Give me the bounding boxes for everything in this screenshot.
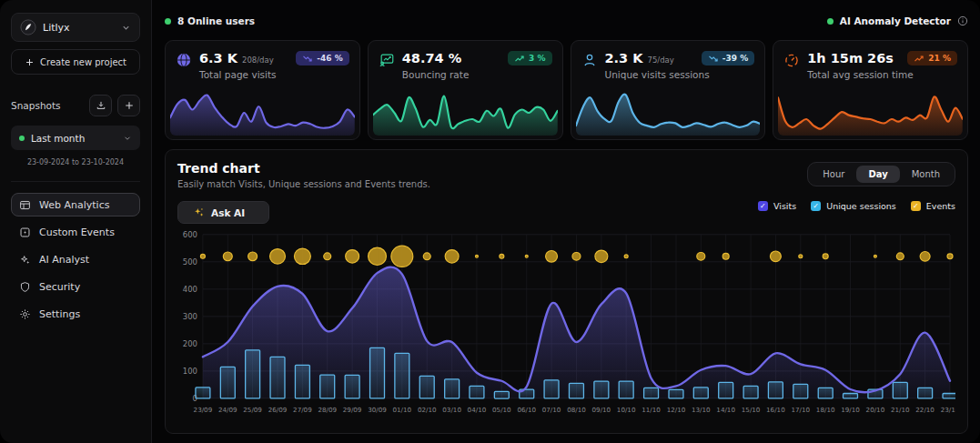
gear-icon <box>19 308 31 320</box>
bounce-rate-icon <box>379 52 395 71</box>
project-name: Litlyx <box>43 22 115 34</box>
stat-label: Total page visits <box>199 69 288 80</box>
stat-sub: 75/day <box>647 55 673 65</box>
online-status-dot <box>165 18 171 25</box>
trending-down-icon <box>708 55 719 63</box>
svg-text:23/10: 23/10 <box>941 407 955 415</box>
legend-unique-sessions[interactable]: ✓ Unique sessions <box>811 201 896 211</box>
download-icon <box>96 100 106 111</box>
nav-label: Web Analytics <box>39 199 109 211</box>
svg-text:19/10: 19/10 <box>841 407 860 415</box>
svg-text:05/10: 05/10 <box>492 407 511 415</box>
sidebar-item-custom-events[interactable]: Custom Events <box>11 220 140 244</box>
snapshot-status-dot <box>19 136 25 141</box>
sidebar-item-ai-analyst[interactable]: AI Analyst <box>11 247 140 271</box>
snapshots-row: Snapshots <box>11 95 140 116</box>
stat-card-bouncing-rate[interactable]: 48.74 % Bouncing rate 3 % <box>368 40 563 140</box>
nav-label: Custom Events <box>39 227 115 238</box>
ask-ai-button[interactable]: Ask AI <box>177 201 269 224</box>
svg-text:18/10: 18/10 <box>816 407 835 415</box>
checkbox-visits[interactable]: ✓ <box>758 201 768 211</box>
svg-text:11/10: 11/10 <box>642 407 661 415</box>
create-project-button[interactable]: Create new project <box>11 49 140 75</box>
svg-text:13/10: 13/10 <box>692 407 711 415</box>
legend-visits[interactable]: ✓ Visits <box>758 201 796 211</box>
svg-text:400: 400 <box>183 285 197 294</box>
lightning-square-icon <box>19 227 31 238</box>
chevron-down-icon <box>123 134 132 143</box>
litlyx-logo-icon <box>20 19 36 35</box>
stat-label: Bouncing rate <box>402 69 500 80</box>
topbar: 8 Online users AI Anomaly Detector <box>165 9 968 33</box>
online-users-label: 8 Online users <box>177 15 255 26</box>
sparkline-avg-session-time <box>778 88 963 136</box>
svg-text:26/09: 26/09 <box>268 407 288 415</box>
sparkline-total-page-visits <box>170 88 355 136</box>
trending-down-icon <box>302 55 313 63</box>
ask-ai-label: Ask AI <box>211 207 245 218</box>
svg-text:500: 500 <box>183 257 197 267</box>
sparkline-bouncing-rate <box>373 88 558 136</box>
svg-text:28/09: 28/09 <box>318 407 337 415</box>
legend-events[interactable]: ✓ Events <box>911 201 955 211</box>
svg-text:14/10: 14/10 <box>716 407 735 415</box>
svg-text:24/09: 24/09 <box>218 407 237 415</box>
svg-text:23/09: 23/09 <box>194 407 213 415</box>
online-users: 8 Online users <box>165 15 255 26</box>
snapshot-value: Last month <box>31 133 116 144</box>
sidebar-nav: Web Analytics Custom Events AI Analyst S… <box>11 181 140 326</box>
checkbox-unique-sessions[interactable]: ✓ <box>811 201 821 211</box>
chart-legend: ✓ Visits ✓ Unique sessions ✓ Events <box>758 201 955 211</box>
stat-sub: 208/day <box>242 55 274 65</box>
snapshot-date-range: 23-09-2024 to 23-10-2024 <box>11 158 140 166</box>
trending-up-icon <box>914 55 924 63</box>
anomaly-label: AI Anomaly Detector <box>840 15 951 26</box>
globe-icon <box>176 52 192 71</box>
snapshots-label: Snapshots <box>11 100 84 111</box>
ai-sparkle-icon <box>193 206 205 218</box>
trend-chart-canvas[interactable]: 010020030040050060023/0924/0925/0926/092… <box>177 229 955 424</box>
stat-value: 48.74 % <box>402 51 461 65</box>
nav-label: Security <box>39 281 80 293</box>
trend-badge: -46 % <box>296 51 349 65</box>
svg-text:15/10: 15/10 <box>742 407 761 415</box>
anomaly-status-dot <box>827 18 834 25</box>
svg-text:04/10: 04/10 <box>468 407 487 415</box>
svg-text:10/10: 10/10 <box>617 407 636 415</box>
svg-text:200: 200 <box>183 339 197 348</box>
trend-badge: 21 % <box>907 51 957 65</box>
snapshot-select[interactable]: Last month <box>11 126 140 150</box>
svg-text:06/10: 06/10 <box>517 407 536 415</box>
export-snapshot-button[interactable] <box>89 95 112 116</box>
browser-icon <box>19 199 31 211</box>
stat-card-unique-sessions[interactable]: 2.3 K 75/day Unique visits sessions -39 … <box>571 40 766 140</box>
svg-text:29/09: 29/09 <box>343 407 362 415</box>
svg-text:12/10: 12/10 <box>667 407 686 415</box>
svg-text:20/10: 20/10 <box>866 407 885 415</box>
sidebar-item-security[interactable]: Security <box>11 275 140 298</box>
stat-label: Total avg session time <box>807 69 900 80</box>
trending-up-icon <box>514 55 525 63</box>
svg-text:17/10: 17/10 <box>791 407 810 415</box>
svg-text:07/10: 07/10 <box>542 407 561 415</box>
tab-hour[interactable]: Hour <box>811 166 856 183</box>
sidebar-item-web-analytics[interactable]: Web Analytics <box>11 193 140 216</box>
info-icon[interactable] <box>957 15 968 26</box>
svg-text:30/09: 30/09 <box>368 407 387 415</box>
sidebar-item-settings[interactable]: Settings <box>11 302 140 326</box>
trend-badge: -39 % <box>702 51 754 65</box>
checkbox-events[interactable]: ✓ <box>911 201 921 211</box>
stat-card-avg-session-time[interactable]: 1h 15m 26s Total avg session time 21 % <box>773 40 968 140</box>
ai-anomaly-detector: AI Anomaly Detector <box>827 15 968 26</box>
svg-text:600: 600 <box>183 230 197 239</box>
svg-text:25/09: 25/09 <box>243 407 262 415</box>
svg-text:27/09: 27/09 <box>293 407 312 415</box>
stat-card-total-page-visits[interactable]: 6.3 K 208/day Total page visits -46 % <box>165 40 360 140</box>
stat-value: 6.3 K <box>199 51 237 65</box>
add-snapshot-button[interactable] <box>117 95 140 116</box>
project-selector[interactable]: Litlyx <box>11 13 140 42</box>
tab-day[interactable]: Day <box>856 166 899 183</box>
tab-month[interactable]: Month <box>900 166 952 183</box>
svg-text:21/10: 21/10 <box>891 407 910 415</box>
user-icon <box>581 52 598 71</box>
